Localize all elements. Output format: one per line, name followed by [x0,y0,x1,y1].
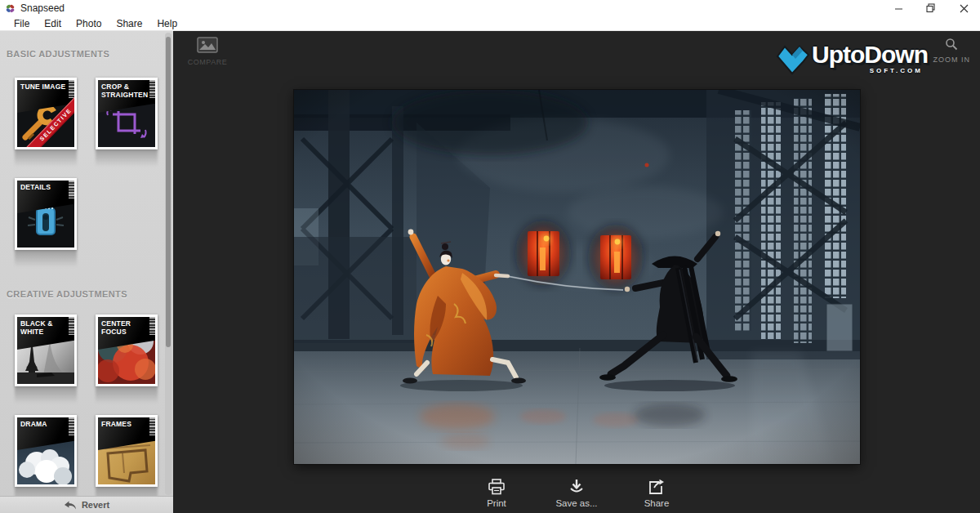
snapseed-app-icon [5,3,16,14]
filter-tile-tune-image[interactable]: TUNE IMAGE SELECTIVE [15,78,77,149]
binding-dots-icon [149,80,155,98]
revert-label: Revert [82,500,109,510]
binding-dots-icon [69,417,74,435]
undo-arrow-icon [64,501,77,510]
section-creative-adjustments: CREATIVE ADJUSTMENTS [7,289,127,299]
share-label: Share [644,498,670,508]
filter-tile-center-focus[interactable]: CENTER FOCUS [96,314,158,386]
edited-photo [294,90,860,464]
watermark-brand: UptoDown [812,41,928,68]
tile-label: DRAMA [17,417,74,429]
minimize-button[interactable] [882,0,915,16]
binding-dots-icon [69,181,74,199]
restore-button[interactable] [915,0,947,16]
close-button[interactable] [947,0,980,16]
print-label: Print [487,498,506,508]
tile-label: FRAMES [98,417,155,429]
save-as-button[interactable]: Save as... [551,479,602,508]
minimize-icon [894,4,903,13]
export-toolbar: Print Save as... Share [471,479,682,508]
printer-icon [488,479,506,495]
binding-dots-icon [149,417,155,435]
restore-icon [926,3,936,13]
download-icon [568,479,586,495]
revert-button[interactable]: Revert [0,496,173,513]
menu-help[interactable]: Help [149,18,185,29]
magnifier-icon [945,38,958,51]
window-title: Snapseed [20,2,65,14]
zoom-in-label: ZOOM IN [933,56,971,64]
title-bar: Snapseed [0,0,980,16]
sidebar-scrollbar-thumb[interactable] [166,37,171,347]
menu-file[interactable]: File [7,18,37,29]
filter-tile-crop-straighten[interactable]: CROP & STRAIGHTEN [96,78,158,149]
binding-dots-icon [69,80,74,98]
save-as-label: Save as... [555,498,597,508]
uptodown-logo-icon [776,42,810,75]
tile-label: TUNE IMAGE [17,80,74,91]
share-button[interactable]: Share [631,479,682,508]
martial-artists-photo [294,90,860,464]
tile-label: CROP & STRAIGHTEN [98,80,155,100]
filters-sidebar: BASIC ADJUSTMENTS TUNE IMAGE [0,31,173,513]
binding-dots-icon [149,317,155,335]
filter-tile-black-white[interactable]: BLACK & WHITE [15,314,77,386]
section-basic-adjustments: BASIC ADJUSTMENTS [7,49,109,59]
print-button[interactable]: Print [471,479,522,508]
menu-bar: File Edit Photo Share Help [0,16,980,31]
tile-label: CENTER FOCUS [98,317,155,337]
menu-edit[interactable]: Edit [37,18,69,29]
tile-label: BLACK & WHITE [17,317,74,337]
filter-tile-frames[interactable]: FRAMES [96,415,158,487]
zoom-in-button[interactable]: ZOOM IN [933,38,971,64]
tile-label: DETAILS [17,181,74,192]
watermark-subtitle: SOFT.COM [870,67,923,74]
editor-canvas: COMPARE UptoDown SOFT.COM ZOOM IN [173,31,980,513]
filter-tile-drama[interactable]: DRAMA [15,415,77,487]
compare-button[interactable]: COMPARE [185,37,230,66]
filter-tile-details[interactable]: DETAILS [15,178,77,250]
menu-share[interactable]: Share [109,18,149,29]
share-icon [648,479,666,495]
uptodown-watermark: UptoDown SOFT.COM [776,42,928,75]
binding-dots-icon [69,317,74,335]
compare-label: COMPARE [185,58,230,66]
close-icon [960,4,969,13]
menu-photo[interactable]: Photo [69,18,109,29]
image-icon [197,37,218,53]
snapseed-window: Snapseed File Edit Photo [0,0,980,513]
